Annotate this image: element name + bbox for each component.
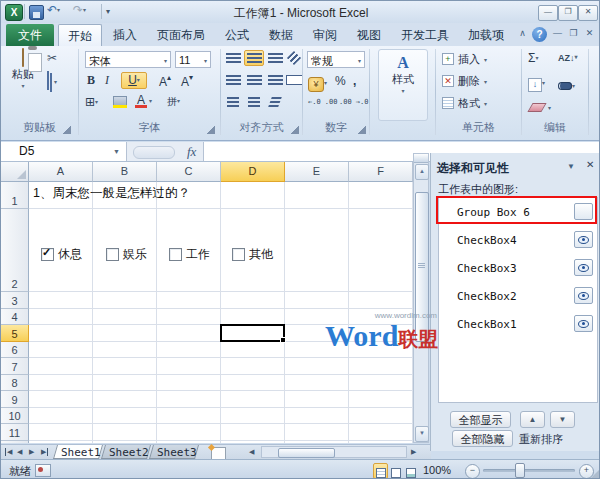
last-sheet-icon[interactable]: ▶: [41, 448, 48, 456]
normal-view-icon[interactable]: [373, 463, 388, 479]
hscroll-left-icon[interactable]: ◀: [249, 448, 254, 456]
hide-all-button[interactable]: 全部隐藏: [452, 430, 513, 447]
dialog-launcher-icon[interactable]: [207, 126, 215, 134]
visibility-toggle-icon[interactable]: [574, 231, 593, 248]
cell-E9[interactable]: [285, 391, 349, 408]
orientation-icon[interactable]: [284, 50, 304, 66]
row-header-6[interactable]: 6: [1, 342, 29, 359]
checkbox-entertainment[interactable]: 娱乐: [106, 246, 147, 263]
number-format-select[interactable]: 常规▾: [307, 51, 365, 68]
zoom-slider-track[interactable]: [483, 469, 575, 472]
row-header-3[interactable]: 3: [1, 292, 29, 309]
tab-formulas[interactable]: 公式: [216, 24, 258, 46]
cell-D1[interactable]: [221, 182, 285, 209]
cell-F10[interactable]: [349, 408, 413, 425]
resize-grip[interactable]: [590, 469, 600, 479]
cell-B9[interactable]: [93, 391, 157, 408]
redo-icon[interactable]: ↷▾: [73, 3, 86, 17]
cell-C6[interactable]: [157, 342, 221, 359]
dialog-launcher-icon[interactable]: [358, 126, 366, 134]
currency-icon[interactable]: ¥▾: [308, 73, 327, 92]
cell-D3[interactable]: [221, 292, 285, 309]
cell-D8[interactable]: [221, 375, 285, 392]
cell-A10[interactable]: [29, 408, 93, 425]
horizontal-scrollbar[interactable]: [261, 446, 407, 458]
tab-insert[interactable]: 插入: [104, 24, 146, 46]
cell-C8[interactable]: [157, 375, 221, 392]
checkbox-rest[interactable]: 休息: [41, 246, 82, 263]
row-header-10[interactable]: 10: [1, 408, 29, 425]
checkbox-icon[interactable]: [41, 248, 54, 261]
page-break-view-icon[interactable]: [403, 463, 418, 479]
name-box[interactable]: D5: [1, 142, 127, 161]
delete-cells-button[interactable]: ✕ 删除▾: [442, 71, 487, 91]
page-layout-view-icon[interactable]: [388, 463, 403, 479]
column-header-B[interactable]: B: [93, 162, 157, 182]
cell-A12[interactable]: [29, 441, 93, 444]
list-item-checkbox3[interactable]: CheckBox3: [439, 255, 597, 282]
insert-cells-button[interactable]: + 插入▾: [442, 49, 487, 69]
cell-C5[interactable]: [157, 325, 221, 342]
cell-A9[interactable]: [29, 391, 93, 408]
prev-sheet-icon[interactable]: ◀: [17, 448, 22, 456]
zoom-slider-thumb[interactable]: [515, 463, 525, 478]
visibility-toggle-icon[interactable]: [574, 315, 593, 332]
visibility-toggle-icon[interactable]: [574, 259, 593, 276]
scroll-up-icon[interactable]: ▲: [415, 164, 429, 180]
macro-record-icon[interactable]: [35, 464, 51, 477]
column-header-C[interactable]: C: [157, 162, 221, 182]
merge-center-icon[interactable]: [284, 72, 304, 88]
cell-E6[interactable]: [285, 342, 349, 359]
bold-button[interactable]: B: [87, 73, 95, 88]
font-name-select[interactable]: 宋体▾: [85, 51, 171, 68]
pane-menu-icon[interactable]: ▼: [567, 162, 575, 171]
cell-F1[interactable]: [349, 182, 413, 209]
cell-C4[interactable]: [157, 309, 221, 326]
row-header-12[interactable]: 12: [1, 441, 29, 444]
cell-A6[interactable]: [29, 342, 93, 359]
cell-F8[interactable]: [349, 375, 413, 392]
cell-A3[interactable]: [29, 292, 93, 309]
cell-F9[interactable]: [349, 391, 413, 408]
cell-A11[interactable]: [29, 424, 93, 441]
cell-B5[interactable]: [93, 325, 157, 342]
name-box-dropdown-icon[interactable]: ▼: [113, 148, 120, 155]
align-left-icon[interactable]: [223, 72, 243, 88]
cell-E7[interactable]: [285, 358, 349, 375]
zoom-level-text[interactable]: 100%: [423, 464, 451, 476]
tab-home[interactable]: 开始: [58, 24, 102, 46]
reorder-up-icon[interactable]: ▲: [520, 411, 545, 428]
cell-C9[interactable]: [157, 391, 221, 408]
sheet3-label[interactable]: Sheet3: [157, 446, 197, 459]
help-icon[interactable]: ?: [532, 27, 547, 42]
cell-E1[interactable]: [285, 182, 349, 209]
borders-button[interactable]: ⊞▾: [85, 95, 98, 109]
align-right-icon[interactable]: [265, 72, 285, 88]
cell-E5[interactable]: [285, 325, 349, 342]
row-header-8[interactable]: 8: [1, 375, 29, 392]
cell-D6[interactable]: [221, 342, 285, 359]
cell-C7[interactable]: [157, 358, 221, 375]
wrap-text-icon[interactable]: [265, 94, 285, 110]
cell-B7[interactable]: [93, 358, 157, 375]
phonetic-guide-button[interactable]: 拼▾: [167, 95, 180, 109]
cell-F7[interactable]: [349, 358, 413, 375]
undo-icon[interactable]: ↶▾: [47, 3, 60, 17]
tab-data[interactable]: 数据: [260, 24, 302, 46]
cell-D9[interactable]: [221, 391, 285, 408]
comma-icon[interactable]: ,: [353, 74, 356, 88]
cell-B3[interactable]: [93, 292, 157, 309]
tab-developer[interactable]: 开发工具: [392, 24, 458, 46]
workbook-restore-icon[interactable]: ❐: [566, 27, 581, 41]
grow-font-button[interactable]: A▴: [159, 73, 171, 89]
cell-C12[interactable]: [157, 441, 221, 444]
cell-E8[interactable]: [285, 375, 349, 392]
cell-C10[interactable]: [157, 408, 221, 425]
cell-E2[interactable]: [285, 209, 349, 292]
dialog-launcher-icon[interactable]: [291, 126, 299, 134]
row-header-7[interactable]: 7: [1, 358, 29, 375]
cell-F12[interactable]: [349, 441, 413, 444]
tab-page-layout[interactable]: 页面布局: [148, 24, 214, 46]
restore-button[interactable]: ❐: [558, 5, 578, 21]
pane-close-icon[interactable]: ✕: [586, 159, 594, 170]
